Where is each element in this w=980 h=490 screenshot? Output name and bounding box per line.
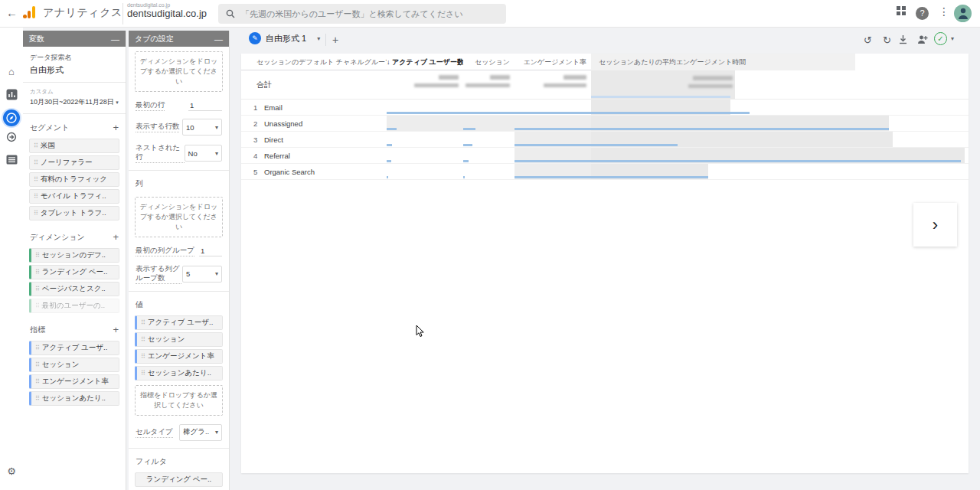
rows-drop-zone[interactable]: ディメンションをドロップするか選択してください [135, 51, 223, 92]
metric-bar [463, 160, 469, 162]
dimension-chip[interactable]: ⠿最初のユーザーの.. [29, 299, 119, 313]
back-arrow-icon[interactable]: ← [6, 6, 18, 19]
kebab-menu-icon[interactable]: ⋮ [936, 5, 952, 18]
metric-chip[interactable]: ⠿エンゲージメント率 [29, 374, 119, 389]
metric-chip[interactable]: ⠿セッションあたり.. [29, 391, 119, 406]
segment-chip[interactable]: ⠿タブレット トラフ.. [29, 206, 119, 220]
dimension-chip[interactable]: ⠿ページパスとスク.. [29, 282, 119, 296]
cell-type-select[interactable]: 棒グラ..▾ [179, 424, 222, 441]
tab-freeform-1[interactable]: ✎ 自由形式 1 ▾ [249, 32, 320, 44]
values-section-header: 値 [129, 295, 229, 313]
show-col-groups-select[interactable]: 5▾ [182, 266, 222, 283]
table-row[interactable]: 5Organic Search [241, 164, 969, 180]
column-header-1[interactable]: ↓ アクティブ ユーザー数 [387, 54, 463, 70]
nav-rail: ⌂ [0, 28, 23, 490]
column-header-2[interactable]: セッション [463, 54, 514, 70]
segment-chip[interactable]: ⠿モバイル トラフィ.. [29, 189, 119, 204]
metric-bar [514, 176, 591, 178]
add-metric-icon[interactable]: + [113, 324, 119, 335]
admin-gear-icon[interactable]: ⚙ [0, 466, 23, 477]
library-icon[interactable] [0, 154, 23, 168]
data-table: セッションのデフォルト チャネルグループ↓ アクティブ ユーザー数セッションエン… [241, 54, 969, 180]
first-row-field: 最初の行 1 [129, 96, 229, 115]
columns-drop-zone[interactable]: ディメンションをドロップするか選択してください [135, 197, 223, 237]
first-col-group-input[interactable]: 1 [199, 246, 222, 256]
value-chip[interactable]: ⠿エンゲージメント率 [135, 349, 223, 364]
column-header-4[interactable]: セッションあたりの平均エンゲージメント時間 [591, 54, 969, 70]
download-icon[interactable] [898, 34, 908, 47]
table-total-row: 合計 [241, 70, 969, 100]
add-tab-button[interactable]: + [332, 34, 338, 46]
explore-icon-active[interactable] [3, 109, 20, 126]
share-icon[interactable] [917, 34, 929, 47]
column-header-0[interactable]: セッションのデフォルト チャネルグループ [241, 54, 387, 70]
metric-cell [387, 164, 463, 179]
dimension-chip-label: セッションのデフ.. [42, 250, 106, 260]
minimize-icon[interactable]: — [214, 34, 223, 44]
undo-icon[interactable]: ↺ [864, 34, 872, 46]
value-chip[interactable]: ⠿セッションあたり.. [135, 366, 223, 381]
dimension-chip[interactable]: ⠿ランディング ペー.. [29, 265, 119, 279]
date-range-picker[interactable]: カスタム 10月30日~2022年11月28日 ▾ [23, 86, 126, 110]
nested-rows-field: ネストされた行 No▾ [129, 139, 229, 167]
segment-chip[interactable]: ⠿ノーリファラー [29, 155, 119, 170]
add-dimension-icon[interactable]: + [113, 231, 119, 243]
redacted-value [439, 75, 459, 80]
segment-chip-label: 米国 [41, 141, 55, 151]
segment-chip[interactable]: ⠿米国 [29, 139, 119, 153]
filter-chip[interactable]: ランディング ペー.. [135, 472, 223, 487]
cell-type-label: セルタイプ [136, 427, 173, 438]
home-icon[interactable]: ⌂ [0, 66, 23, 77]
table-row[interactable]: 1Email [241, 100, 969, 116]
add-segment-icon[interactable]: + [113, 122, 119, 133]
variables-panel-title: 変数 [29, 34, 44, 44]
metric-chip[interactable]: ⠿アクティブ ユーザ.. [29, 341, 119, 355]
segment-chip[interactable]: ⠿有料のトラフィック [29, 172, 119, 187]
chevron-down-icon: ▾ [215, 150, 218, 157]
metric-chip-label: セッション [42, 360, 80, 370]
exploration-name-value[interactable]: 自由形式 [30, 64, 119, 76]
help-icon[interactable]: ? [916, 7, 929, 20]
first-row-input[interactable]: 1 [188, 100, 222, 111]
values-drop-zone[interactable]: 指標をドロップするか選択してください [135, 385, 223, 416]
table-row[interactable]: 3Direct [241, 132, 969, 148]
search-input[interactable]: 「先週の米国からのユーザー数」と検索してみてください [218, 4, 506, 24]
chevron-down-icon: ▾ [116, 100, 119, 105]
next-page-button[interactable]: › [913, 203, 957, 247]
total-avg-cell [591, 70, 969, 99]
table-row[interactable]: 2Unassigned [241, 116, 969, 132]
metric-chip-label: アクティブ ユーザ.. [42, 343, 107, 353]
analytics-logo-icon[interactable] [23, 6, 37, 21]
apps-grid-icon[interactable] [893, 5, 910, 18]
metric-cell [463, 116, 514, 131]
date-range-tag: カスタム [30, 88, 119, 96]
value-chip[interactable]: ⠿セッション [135, 332, 223, 347]
column-header-3[interactable]: エンゲージメント率 [514, 54, 591, 70]
show-rows-label: 表示する行数 [136, 122, 179, 132]
show-col-groups-label: 表示する列グループ数 [136, 264, 181, 284]
divider [129, 170, 229, 171]
first-col-group-field: 最初の列グループ 1 [129, 242, 229, 260]
metric-bar [591, 112, 750, 114]
metric-cell [514, 116, 591, 131]
channel-cell: 1Email [241, 100, 387, 115]
chevron-down-icon[interactable]: ▾ [317, 35, 320, 42]
minimize-icon[interactable]: — [111, 34, 119, 44]
dimension-chip[interactable]: ⠿セッションのデフ.. [29, 248, 119, 263]
reports-icon[interactable] [0, 89, 23, 103]
tab-label: 自由形式 1 [266, 33, 306, 44]
table-row[interactable]: 4Referral [241, 148, 969, 164]
tab-status-menu[interactable]: ✓ ▾ [934, 32, 954, 45]
value-chip[interactable]: ⠿アクティブ ユーザ.. [135, 315, 223, 330]
metric-bar [514, 128, 591, 130]
chevron-down-icon: ▾ [215, 429, 218, 436]
nested-rows-select[interactable]: No▾ [185, 145, 222, 162]
metric-chip[interactable]: ⠿セッション [29, 358, 119, 372]
advertising-icon[interactable] [0, 132, 23, 146]
show-rows-select[interactable]: 10▾ [182, 119, 222, 136]
redo-icon[interactable]: ↻ [883, 34, 891, 46]
divider [325, 34, 326, 46]
value-chip-label: エンゲージメント率 [148, 351, 214, 361]
account-switcher[interactable]: dentsudigital.co.jp dentsudigital.co.jp [127, 2, 207, 19]
user-avatar[interactable] [954, 5, 972, 22]
